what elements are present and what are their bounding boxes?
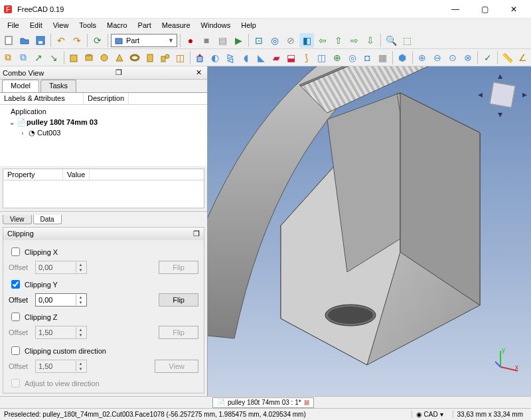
clipping-x-checkbox[interactable]: [11, 247, 20, 256]
save-file-icon[interactable]: [33, 33, 48, 48]
tree-root[interactable]: Application: [0, 106, 207, 117]
offset-custom-input: ▲▼: [35, 360, 87, 373]
sweep-icon[interactable]: ⟆: [299, 50, 313, 65]
nav-cube[interactable]: ▴ ▾ ◂ ▸: [481, 73, 524, 117]
panel-close-icon[interactable]: ✕: [193, 68, 204, 77]
menu-windows[interactable]: Windows: [196, 20, 236, 31]
revolve-icon[interactable]: ◐: [208, 50, 222, 65]
tab-model[interactable]: Model: [2, 80, 39, 92]
clipping-y-checkbox[interactable]: [11, 280, 20, 289]
macro-stop-icon[interactable]: ■: [199, 33, 214, 48]
offset3d-icon[interactable]: ◎: [345, 50, 359, 65]
menu-macro[interactable]: Macro: [102, 20, 132, 31]
3d-viewport[interactable]: ▴ ▾ ◂ ▸ y x: [208, 66, 531, 396]
fillet-icon[interactable]: ◖: [239, 50, 253, 65]
part-export-icon[interactable]: ↗: [32, 50, 46, 65]
redo-icon[interactable]: ↷: [70, 33, 84, 48]
menu-part[interactable]: Part: [133, 20, 156, 31]
clipping-z-checkbox[interactable]: [11, 313, 20, 321]
menu-tools[interactable]: Tools: [74, 20, 101, 31]
nav-drawstyle-icon[interactable]: ⊘: [283, 33, 298, 48]
nav-iso-icon[interactable]: ◧: [299, 33, 314, 48]
clipping-custom-checkbox[interactable]: [11, 346, 20, 355]
dimensions-indicator: 33,63 mm x 33,34 mm: [453, 411, 527, 418]
menu-view[interactable]: View: [48, 20, 74, 31]
clipping-y-label: Clipping Y: [25, 281, 58, 289]
macro-play-icon[interactable]: ▶: [231, 33, 246, 48]
compound-icon[interactable]: ⬢: [396, 50, 410, 65]
shapebuilder-icon[interactable]: ◫: [173, 50, 187, 65]
zoom-box-icon[interactable]: ⬚: [400, 33, 414, 48]
mirror-icon[interactable]: ⧎: [224, 50, 238, 65]
window-minimize-button[interactable]: —: [441, 0, 470, 19]
tree-item-cut[interactable]: › ◔ Cut003: [0, 127, 207, 138]
part-import-icon[interactable]: ↘: [47, 50, 61, 65]
window-maximize-button[interactable]: ▢: [470, 0, 499, 19]
tube-icon[interactable]: [143, 50, 157, 65]
nav-front-icon[interactable]: ⇦: [315, 33, 330, 48]
macro-record-icon[interactable]: ●: [183, 33, 198, 48]
torus-icon[interactable]: [127, 50, 141, 65]
menu-file[interactable]: File: [3, 20, 24, 31]
section-icon[interactable]: ◫: [315, 50, 329, 65]
offset-label-y: Offset: [9, 296, 31, 304]
flip-x-button: Flip: [159, 261, 198, 274]
doc-icon: 📄: [217, 399, 225, 406]
measure-linear-icon[interactable]: 📏: [500, 50, 514, 65]
cube-icon[interactable]: [67, 50, 81, 65]
close-tab-icon[interactable]: ⊠: [304, 399, 309, 406]
macro-list-icon[interactable]: ▤: [215, 33, 230, 48]
nav-top-icon[interactable]: ⇧: [331, 33, 346, 48]
tab-data[interactable]: Data: [33, 215, 62, 224]
part-group-icon[interactable]: ⧉: [1, 50, 15, 65]
clipping-float-icon[interactable]: ❐: [193, 230, 200, 238]
common-icon[interactable]: ⊗: [461, 50, 475, 65]
offset-z-input: ▲▼: [35, 326, 87, 339]
svg-text:x: x: [515, 364, 518, 371]
clipping-panel: Clipping ❐ Clipping X Offset ▲▼ Flip Cli…: [3, 227, 204, 393]
ruled-icon[interactable]: ▰: [269, 50, 283, 65]
document-tab[interactable]: 📄 pulley 180t 74mm 03 : 1* ⊠: [212, 397, 314, 408]
thickness-icon[interactable]: ◘: [360, 50, 374, 65]
cross-icon[interactable]: ⊕: [330, 50, 344, 65]
menu-measure[interactable]: Measure: [157, 20, 195, 31]
projection-icon[interactable]: ▦: [376, 50, 390, 65]
primitives-icon[interactable]: [158, 50, 172, 65]
flip-y-button[interactable]: Flip: [159, 293, 198, 307]
measure-angular-icon[interactable]: ∠: [516, 50, 530, 65]
nav-fit-icon[interactable]: ⊡: [252, 33, 266, 48]
sphere-icon[interactable]: [97, 50, 111, 65]
fuse-icon[interactable]: ⊙: [446, 50, 460, 65]
cone-icon[interactable]: [112, 50, 126, 65]
undo-icon[interactable]: ↶: [54, 33, 68, 48]
nav-fit-sel-icon[interactable]: ◎: [267, 33, 282, 48]
expand-icon[interactable]: ›: [19, 129, 27, 137]
nav-right-icon[interactable]: ⇨: [347, 33, 362, 48]
window-close-button[interactable]: ✕: [499, 0, 528, 19]
check-icon[interactable]: ✓: [481, 50, 494, 65]
zoom-icon[interactable]: 🔍: [384, 33, 398, 48]
chamfer-icon[interactable]: ◣: [254, 50, 268, 65]
new-file-icon[interactable]: [1, 33, 16, 48]
collapse-icon[interactable]: ⌄: [8, 119, 16, 126]
extrude-icon[interactable]: [193, 50, 207, 65]
menu-help[interactable]: Help: [236, 20, 261, 31]
tree-view[interactable]: Application ⌄ 📄 pulley 180t 74mm 03 › ◔ …: [0, 105, 207, 166]
boolean-icon[interactable]: ⊕: [416, 50, 429, 65]
left-panel: Combo View ❐ ✕ Model Tasks Labels & Attr…: [0, 66, 208, 396]
tab-view[interactable]: View: [3, 215, 32, 224]
nav-mode-indicator[interactable]: ◉ CAD ▾: [412, 411, 447, 418]
refresh-icon[interactable]: ⟳: [90, 33, 105, 48]
cut-icon[interactable]: ⊖: [431, 50, 445, 65]
loft-icon[interactable]: ⬓: [285, 50, 299, 65]
tree-document[interactable]: ⌄ 📄 pulley 180t 74mm 03: [0, 117, 207, 127]
nav-rear-icon[interactable]: ⇩: [363, 33, 378, 48]
cylinder-icon[interactable]: [82, 50, 96, 65]
offset-y-input[interactable]: ▲▼: [35, 293, 87, 307]
menu-edit[interactable]: Edit: [25, 20, 47, 31]
part-link-icon[interactable]: ⧉: [17, 50, 31, 65]
open-file-icon[interactable]: [17, 33, 32, 48]
workbench-selector[interactable]: Part ▼: [111, 34, 177, 47]
tab-tasks[interactable]: Tasks: [40, 80, 76, 92]
panel-float-icon[interactable]: ❐: [113, 68, 125, 77]
